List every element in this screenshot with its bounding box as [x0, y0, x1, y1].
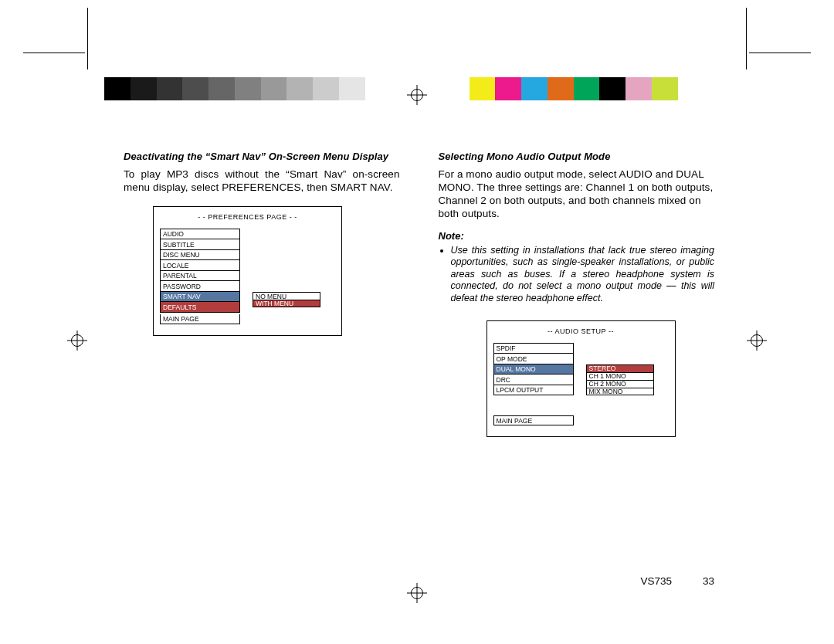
color-swatch [339, 77, 365, 100]
menu-item: SPDIF [493, 343, 574, 354]
submenu-item: CH 1 MONO [586, 372, 654, 380]
menu-item: AUDIO [160, 229, 240, 239]
color-swatch [599, 77, 626, 100]
menu-item: DRC [493, 374, 574, 385]
color-swatch [626, 77, 652, 100]
menu-item: LPCM OUTPUT [493, 385, 574, 396]
registration-mark-icon [71, 334, 83, 347]
registration-mark-icon [411, 587, 423, 599]
color-swatch [365, 77, 392, 100]
model-number: VS735 [640, 575, 672, 587]
menu-item: SUBTITLE [160, 239, 240, 249]
note-label: Note: [439, 230, 715, 242]
color-swatch [104, 77, 131, 100]
submenu-item: WITH MENU [253, 300, 320, 307]
color-swatch [470, 77, 496, 100]
body-text: For a mono audio output mode, select AUD… [439, 168, 715, 221]
main-page-item: MAIN PAGE [493, 415, 574, 425]
submenu-item: CH 2 MONO [586, 380, 654, 388]
color-swatch [521, 77, 548, 100]
submenu-item: NO MENU [253, 292, 320, 300]
registration-mark-icon [751, 334, 763, 347]
menu-item: DISC MENU [160, 249, 240, 260]
note-item: Use this setting in installations that l… [451, 245, 715, 305]
main-page-item: MAIN PAGE [160, 314, 240, 324]
color-swatch [574, 77, 600, 100]
menu-item: PARENTAL [160, 270, 240, 281]
preferences-menu-screenshot: - - PREFERENCES PAGE - - AUDIOSUBTITLEDI… [153, 206, 342, 336]
menu-list: SPDIFOP MODEDUAL MONODRCLPCM OUTPUT [493, 343, 574, 396]
page-number: 33 [703, 575, 714, 587]
note-list: Use this setting in installations that l… [451, 245, 715, 305]
audio-setup-menu-screenshot: -- AUDIO SETUP -- SPDIFOP MODEDUAL MONOD… [486, 320, 676, 438]
menu-title: -- AUDIO SETUP -- [493, 327, 669, 335]
menu-item: OP MODE [493, 353, 574, 364]
page-footer: VS735 33 [640, 575, 714, 587]
body-text: To play MP3 discs without the “Smart Nav… [124, 168, 400, 195]
color-swatch [261, 77, 287, 100]
section-heading: Deactivating the “Smart Nav” On-Screen M… [124, 151, 400, 162]
color-swatch [131, 77, 157, 100]
color-swatch [313, 77, 339, 100]
submenu: NO MENUWITH MENU [253, 292, 320, 307]
right-column: Selecting Mono Audio Output Mode For a m… [439, 151, 715, 437]
color-swatch [235, 77, 261, 100]
submenu: STEREOCH 1 MONOCH 2 MONOMIX MONO [586, 364, 654, 395]
section-heading: Selecting Mono Audio Output Mode [439, 151, 715, 162]
crop-marks [0, 46, 834, 62]
color-bars [104, 77, 730, 100]
color-swatch [495, 77, 521, 100]
left-column: Deactivating the “Smart Nav” On-Screen M… [124, 151, 400, 437]
submenu-item: STEREO [586, 364, 654, 372]
color-swatch [208, 77, 235, 100]
color-swatch [678, 77, 704, 100]
color-swatch [548, 77, 574, 100]
menu-list: AUDIOSUBTITLEDISC MENULOCALEPARENTALPASS… [160, 229, 240, 313]
menu-item: DEFAULTS [160, 301, 240, 313]
color-swatch [652, 77, 678, 100]
crop-mark-v [746, 8, 747, 69]
color-swatch [182, 77, 208, 100]
menu-item: PASSWORD [160, 280, 240, 291]
menu-item: LOCALE [160, 259, 240, 270]
menu-item: SMART NAV [160, 291, 240, 302]
color-swatch [286, 77, 313, 100]
color-swatch [157, 77, 183, 100]
menu-title: - - PREFERENCES PAGE - - [160, 213, 335, 221]
color-swatch [703, 77, 730, 100]
menu-item: DUAL MONO [493, 364, 574, 375]
crop-mark-v [87, 8, 88, 69]
submenu-item: MIX MONO [586, 388, 654, 395]
